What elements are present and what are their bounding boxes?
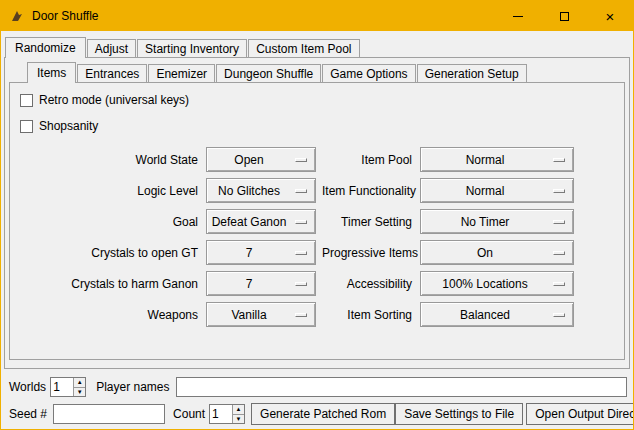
worlds-input[interactable] bbox=[51, 378, 73, 396]
item-functionality-dropdown[interactable]: Normal bbox=[420, 178, 574, 203]
minimize-icon bbox=[513, 16, 523, 17]
world-state-value: Open bbox=[234, 153, 263, 167]
player-names-label: Player names bbox=[96, 380, 169, 394]
accessibility-value: 100% Locations bbox=[442, 277, 527, 291]
menu-indicator-icon bbox=[553, 189, 565, 193]
weapons-dropdown[interactable]: Vanilla bbox=[206, 302, 316, 327]
bottom-bar: Worlds ▲ ▼ Player names Seed # Count ▲ ▼ bbox=[1, 369, 633, 429]
tab-enemizer[interactable]: Enemizer bbox=[148, 64, 215, 82]
app-icon[interactable] bbox=[9, 8, 25, 24]
tab-generation-setup[interactable]: Generation Setup bbox=[417, 64, 527, 82]
crystals-open-gt-value: 7 bbox=[246, 246, 253, 260]
world-state-dropdown[interactable]: Open bbox=[206, 147, 316, 172]
close-button[interactable]: × bbox=[587, 1, 633, 31]
maximize-icon bbox=[560, 12, 569, 21]
menu-indicator-icon bbox=[553, 158, 565, 162]
randomize-tab-panel: Items Entrances Enemizer Dungeon Shuffle… bbox=[4, 57, 630, 369]
item-pool-value: Normal bbox=[466, 153, 505, 167]
weapons-value: Vanilla bbox=[231, 308, 266, 322]
tab-adjust[interactable]: Adjust bbox=[87, 39, 136, 57]
timer-setting-value: No Timer bbox=[461, 215, 510, 229]
menu-indicator-icon bbox=[553, 282, 565, 286]
count-input[interactable] bbox=[210, 405, 232, 423]
checkbox-label: Shopsanity bbox=[39, 119, 98, 133]
minimize-button[interactable] bbox=[495, 1, 541, 31]
worlds-row: Worlds ▲ ▼ Player names bbox=[9, 377, 627, 397]
crystals-harm-ganon-label: Crystals to harm Ganon bbox=[20, 277, 200, 291]
checkbox-label: Retro mode (universal keys) bbox=[39, 93, 189, 107]
generate-patched-rom-button[interactable]: Generate Patched Rom bbox=[251, 403, 395, 425]
menu-indicator-icon bbox=[553, 220, 565, 224]
tab-dungeon-shuffle[interactable]: Dungeon Shuffle bbox=[216, 64, 321, 82]
open-output-directory-button[interactable]: Open Output Directory bbox=[526, 403, 634, 425]
inner-tab-bar: Items Entrances Enemizer Dungeon Shuffle… bbox=[5, 58, 629, 82]
item-pool-dropdown[interactable]: Normal bbox=[420, 147, 574, 172]
goal-label: Goal bbox=[20, 215, 200, 229]
tab-items[interactable]: Items bbox=[27, 62, 76, 83]
weapons-label: Weapons bbox=[20, 308, 200, 322]
progressive-items-label: Progressive Items bbox=[322, 246, 414, 260]
tab-starting-inventory[interactable]: Starting Inventory bbox=[137, 39, 247, 57]
crystals-harm-ganon-dropdown[interactable]: 7 bbox=[206, 271, 316, 296]
count-stepper: ▲ ▼ bbox=[209, 404, 245, 424]
tab-randomize[interactable]: Randomize bbox=[5, 37, 86, 58]
window-title: Door Shuffle bbox=[32, 9, 99, 23]
window-controls: × bbox=[495, 1, 633, 31]
timer-setting-label: Timer Setting bbox=[322, 215, 414, 229]
menu-indicator-icon bbox=[553, 313, 565, 317]
accessibility-label: Accessibility bbox=[322, 277, 414, 291]
menu-indicator-icon bbox=[295, 251, 307, 255]
shopsanity-checkbox[interactable]: Shopsanity bbox=[20, 117, 624, 135]
menu-indicator-icon bbox=[553, 251, 565, 255]
worlds-label: Worlds bbox=[9, 380, 46, 394]
worlds-stepper: ▲ ▼ bbox=[50, 377, 86, 397]
seed-input[interactable] bbox=[53, 404, 165, 424]
count-label: Count bbox=[173, 407, 205, 421]
count-stepper-arrows: ▲ ▼ bbox=[232, 405, 244, 423]
progressive-items-dropdown[interactable]: On bbox=[420, 240, 574, 265]
item-sorting-value: Balanced bbox=[460, 308, 510, 322]
world-state-label: World State bbox=[20, 153, 200, 167]
logic-level-dropdown[interactable]: No Glitches bbox=[206, 178, 316, 203]
spin-up-icon[interactable]: ▲ bbox=[74, 378, 85, 388]
goal-value: Defeat Ganon bbox=[212, 215, 287, 229]
spin-down-icon[interactable]: ▼ bbox=[74, 388, 85, 397]
titlebar[interactable]: Door Shuffle × bbox=[1, 1, 633, 31]
item-functionality-label: Item Functionality bbox=[322, 184, 414, 198]
seed-label: Seed # bbox=[9, 407, 47, 421]
worlds-stepper-arrows: ▲ ▼ bbox=[73, 378, 85, 396]
crystals-open-gt-label: Crystals to open GT bbox=[20, 246, 200, 260]
spin-up-icon[interactable]: ▲ bbox=[233, 405, 244, 415]
maximize-button[interactable] bbox=[541, 1, 587, 31]
player-names-input[interactable] bbox=[176, 377, 628, 397]
options-grid: World State Open Item Pool Normal Logic … bbox=[20, 147, 624, 327]
accessibility-dropdown[interactable]: 100% Locations bbox=[420, 271, 574, 296]
menu-indicator-icon bbox=[295, 158, 307, 162]
checkbox-box-icon bbox=[20, 94, 33, 107]
app-window: Door Shuffle × Randomize Adjust Starting… bbox=[0, 0, 634, 430]
progressive-items-value: On bbox=[477, 246, 493, 260]
checkbox-box-icon bbox=[20, 120, 33, 133]
menu-indicator-icon bbox=[295, 220, 307, 224]
spin-down-icon[interactable]: ▼ bbox=[233, 415, 244, 424]
tab-custom-item-pool[interactable]: Custom Item Pool bbox=[248, 39, 359, 57]
tab-entrances[interactable]: Entrances bbox=[77, 64, 147, 82]
close-icon: × bbox=[606, 9, 615, 24]
save-settings-button[interactable]: Save Settings to File bbox=[395, 403, 523, 425]
item-pool-label: Item Pool bbox=[322, 153, 414, 167]
menu-indicator-icon bbox=[295, 313, 307, 317]
timer-setting-dropdown[interactable]: No Timer bbox=[420, 209, 574, 234]
item-functionality-value: Normal bbox=[466, 184, 505, 198]
crystals-harm-ganon-value: 7 bbox=[246, 277, 253, 291]
menu-indicator-icon bbox=[295, 189, 307, 193]
item-sorting-dropdown[interactable]: Balanced bbox=[420, 302, 574, 327]
seed-row: Seed # Count ▲ ▼ Generate Patched Rom Sa… bbox=[9, 403, 627, 425]
goal-dropdown[interactable]: Defeat Ganon bbox=[206, 209, 316, 234]
menu-indicator-icon bbox=[295, 282, 307, 286]
retro-mode-checkbox[interactable]: Retro mode (universal keys) bbox=[20, 91, 624, 109]
item-sorting-label: Item Sorting bbox=[322, 308, 414, 322]
tab-game-options[interactable]: Game Options bbox=[322, 64, 415, 82]
crystals-open-gt-dropdown[interactable]: 7 bbox=[206, 240, 316, 265]
logic-level-value: No Glitches bbox=[218, 184, 280, 198]
outer-tab-bar: Randomize Adjust Starting Inventory Cust… bbox=[1, 31, 633, 57]
